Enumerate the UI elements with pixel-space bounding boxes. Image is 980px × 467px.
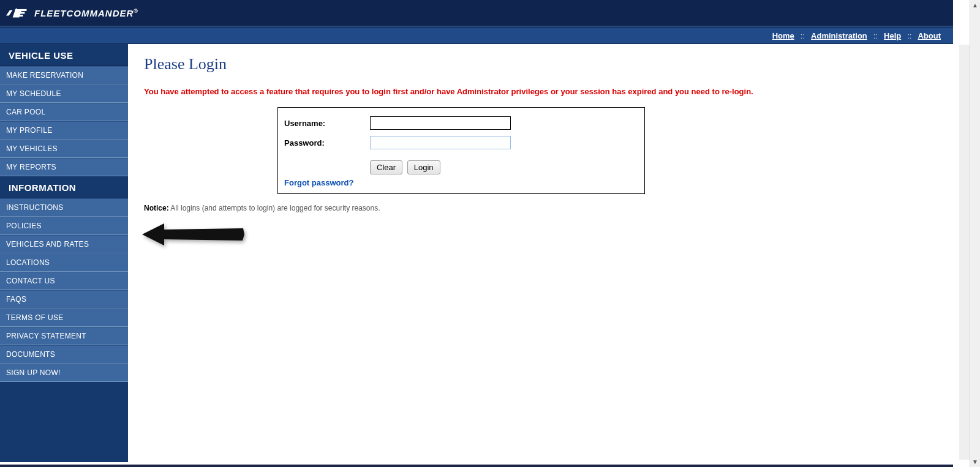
sidebar-item-car-pool[interactable]: CAR POOL: [0, 103, 128, 121]
brand-name: FLEETCOMMANDER®: [34, 8, 138, 18]
svg-rect-1: [19, 9, 26, 11]
notice-text: All logins (and attempts to login) are l…: [169, 204, 380, 212]
main-content: Please Login You have attempted to acces…: [128, 44, 953, 462]
sidebar-item-locations[interactable]: LOCATIONS: [0, 253, 128, 272]
svg-rect-3: [19, 15, 23, 17]
notice-label: Notice:: [144, 204, 169, 212]
password-input[interactable]: [370, 136, 511, 149]
sidebar-section-information: INFORMATION: [0, 176, 128, 198]
sidebar-item-contact-us[interactable]: CONTACT US: [0, 272, 128, 290]
nav-administration[interactable]: Administration: [811, 31, 867, 40]
scroll-up-icon[interactable]: ▲: [970, 0, 980, 10]
sidebar-item-privacy-statement[interactable]: PRIVACY STATEMENT: [0, 327, 128, 345]
brand-logo-icon: [6, 6, 29, 20]
scrollursor-track[interactable]: [970, 10, 980, 457]
topbar: FLEETCOMMANDER®: [0, 0, 953, 27]
sidebar-item-faqs[interactable]: FAQS: [0, 290, 128, 308]
sidebar-item-my-profile[interactable]: MY PROFILE: [0, 121, 128, 140]
scroll-down-icon[interactable]: ▼: [970, 457, 980, 467]
login-box: Username: Password: Clear Login Forgot p…: [277, 107, 645, 194]
nav-sep: ::: [798, 31, 807, 40]
nav-about[interactable]: About: [918, 31, 941, 40]
content-scrollbar-track[interactable]: [959, 45, 970, 460]
forgot-password-link[interactable]: Forgot password?: [284, 178, 353, 187]
brand: FLEETCOMMANDER®: [6, 6, 138, 20]
sidebar-item-my-reports[interactable]: MY REPORTS: [0, 158, 128, 176]
password-label: Password:: [284, 138, 370, 148]
svg-rect-2: [19, 12, 24, 13]
username-input[interactable]: [370, 116, 511, 130]
username-label: Username:: [284, 119, 370, 128]
sidebar-section-vehicle-use: VEHICLE USE: [0, 44, 128, 66]
nav-sep: ::: [905, 31, 914, 40]
sidebar-item-vehicles-and-rates[interactable]: VEHICLES AND RATES: [0, 235, 128, 253]
error-banner: You have attempted to access a feature t…: [144, 87, 937, 96]
nav-home[interactable]: Home: [772, 31, 794, 40]
sidebar: VEHICLE USE MAKE RESERVATION MY SCHEDULE…: [0, 44, 128, 462]
page-title: Please Login: [144, 55, 937, 73]
sidebar-item-policies[interactable]: POLICIES: [0, 217, 128, 235]
window-scrollbar[interactable]: ▲ ▼: [970, 0, 980, 467]
clear-button buttonmitem[interactable]: Clear: [370, 160, 402, 174]
nav-help[interactable]: Help: [884, 31, 901, 40]
login-button[interactable]: Login: [407, 160, 440, 174]
sidebar-item-make-reservation[interactable]: MAKE RESERVATION: [0, 66, 128, 84]
sidebar-item-my-schedule[interactable]: MY SCHEDULE: [0, 84, 128, 103]
top-nav: Home :: Administration :: Help :: About: [0, 27, 953, 44]
notice: Notice: All logins (and attempts to logi…: [144, 204, 937, 212]
nav-sep: ::: [871, 31, 880, 40]
sidebar-item-terms-of-use[interactable]: TERMS OF USE: [0, 308, 128, 327]
sidebar-item-sign-up-now[interactable]: SIGN UP NOW!: [0, 364, 128, 382]
sidebar-item-my-vehicles[interactable]: MY VEHICLES: [0, 140, 128, 158]
sidebar-item-documents[interactable]: DOCUMENTS: [0, 345, 128, 364]
sidebar-item-instructions[interactable]: INSTRUCTIONS: [0, 198, 128, 217]
